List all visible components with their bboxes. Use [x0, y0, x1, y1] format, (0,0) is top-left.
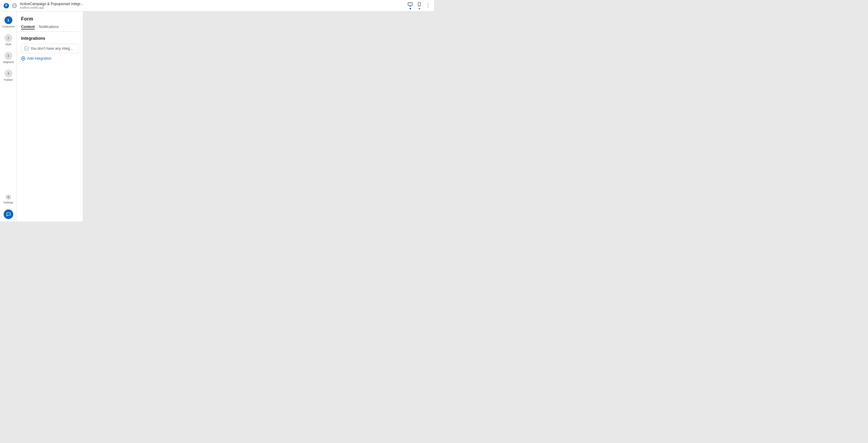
- step-4-label: Publish: [4, 78, 13, 82]
- device-icons: ⋮: [407, 2, 430, 9]
- step-1-label: Customize: [2, 25, 15, 28]
- step-2-circle: 2: [4, 34, 12, 42]
- mobile-dot: [418, 8, 420, 9]
- form-tabs: Content Notifications: [21, 25, 79, 32]
- add-icon: [21, 56, 25, 61]
- form-panel-title: Form: [21, 16, 79, 22]
- step-4-circle: 4: [4, 70, 12, 77]
- mobile-icon[interactable]: [416, 2, 422, 9]
- add-integration-button[interactable]: Add integration: [21, 56, 79, 61]
- sidebar-item-style[interactable]: 2 Style: [0, 32, 17, 48]
- globe-icon: [12, 3, 17, 8]
- sidebar-item-settings[interactable]: Settings: [3, 194, 13, 204]
- desktop-dot: [410, 8, 411, 9]
- main-layout: 1 Customize 2 Style 3 Segment 4 Publish: [0, 11, 434, 222]
- app-logo: P: [4, 3, 9, 8]
- step-1-circle: 1: [4, 16, 12, 24]
- svg-point-7: [419, 5, 419, 6]
- left-sidebar: 1 Customize 2 Style 3 Segment 4 Publish: [0, 11, 17, 222]
- top-bar: P ActiveCampaign & Popupsmart Integr... …: [0, 0, 434, 11]
- settings-label: Settings: [3, 201, 13, 204]
- tab-notifications[interactable]: Notifications: [39, 25, 59, 30]
- svg-point-8: [7, 196, 9, 198]
- page-title: ActiveCampaign & Popupsmart Integr...: [20, 2, 83, 6]
- more-options-icon[interactable]: ⋮: [426, 3, 430, 8]
- page-subtitle: trialfirst.netlify.app: [20, 6, 83, 9]
- integrations-title: Integrations: [21, 36, 79, 41]
- sidebar-item-segment[interactable]: 3 Segment: [0, 50, 17, 65]
- content-area: Form Content Notifications Integrations …: [17, 11, 83, 222]
- no-integration-notice: You don't have any integ...: [21, 44, 79, 53]
- desktop-icon[interactable]: [407, 2, 413, 9]
- tab-content[interactable]: Content: [21, 25, 35, 30]
- step-3-circle: 3: [4, 52, 12, 60]
- integration-icon: [24, 46, 29, 51]
- step-3-label: Segment: [3, 61, 13, 64]
- sidebar-item-customize[interactable]: 1 Customize: [0, 14, 17, 30]
- form-panel: Form Content Notifications Integrations …: [17, 11, 83, 222]
- svg-rect-3: [408, 3, 412, 6]
- sidebar-item-publish[interactable]: 4 Publish: [0, 68, 17, 83]
- step-2-label: Style: [5, 43, 11, 46]
- chat-button[interactable]: [4, 210, 13, 219]
